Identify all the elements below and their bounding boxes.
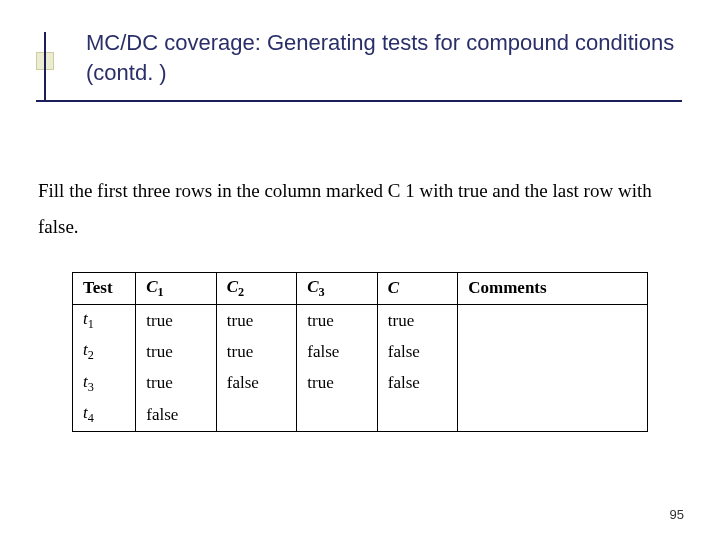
table-row: t1 true true true true: [73, 304, 648, 336]
slide-title: MC/DC coverage: Generating tests for com…: [86, 28, 682, 87]
cell-c3: true: [297, 304, 378, 336]
cell-test: t3: [73, 368, 136, 399]
table-row: t2 true true false false: [73, 336, 648, 367]
cell-c2: true: [216, 336, 297, 367]
cell-c: true: [377, 304, 458, 336]
cell-c1: true: [136, 368, 217, 399]
cell-c3: [297, 399, 378, 431]
table-row: t3 true false true false: [73, 368, 648, 399]
cell-c2: [216, 399, 297, 431]
col-header-c: C: [377, 272, 458, 304]
cell-c: false: [377, 336, 458, 367]
cell-c3: true: [297, 368, 378, 399]
cell-c2: false: [216, 368, 297, 399]
truth-table: Test C1 C2 C3 C Comments t1 true true tr…: [72, 272, 648, 432]
cell-c1: true: [136, 336, 217, 367]
table-header-row: Test C1 C2 C3 C Comments: [73, 272, 648, 304]
cell-c1: true: [136, 304, 217, 336]
cell-c2: true: [216, 304, 297, 336]
page-number: 95: [670, 507, 684, 522]
cell-test: t1: [73, 304, 136, 336]
table-row: t4 false: [73, 399, 648, 431]
title-underline: [36, 100, 682, 102]
cell-c: [377, 399, 458, 431]
body-paragraph: Fill the first three rows in the column …: [38, 173, 682, 245]
cell-comments: [458, 304, 648, 336]
cell-comments: [458, 368, 648, 399]
cell-c3: false: [297, 336, 378, 367]
cell-c: false: [377, 368, 458, 399]
col-header-c3: C3: [297, 272, 378, 304]
col-header-c1: C1: [136, 272, 217, 304]
title-vertical-rule: [44, 32, 46, 100]
col-header-comments: Comments: [458, 272, 648, 304]
body: Fill the first three rows in the column …: [38, 173, 682, 431]
cell-test: t4: [73, 399, 136, 431]
slide: MC/DC coverage: Generating tests for com…: [0, 0, 720, 540]
title-block: MC/DC coverage: Generating tests for com…: [86, 28, 682, 101]
cell-comments: [458, 336, 648, 367]
col-header-test: Test: [73, 272, 136, 304]
cell-test: t2: [73, 336, 136, 367]
col-header-c2: C2: [216, 272, 297, 304]
cell-c1: false: [136, 399, 217, 431]
cell-comments: [458, 399, 648, 431]
truth-table-wrap: Test C1 C2 C3 C Comments t1 true true tr…: [38, 272, 682, 432]
